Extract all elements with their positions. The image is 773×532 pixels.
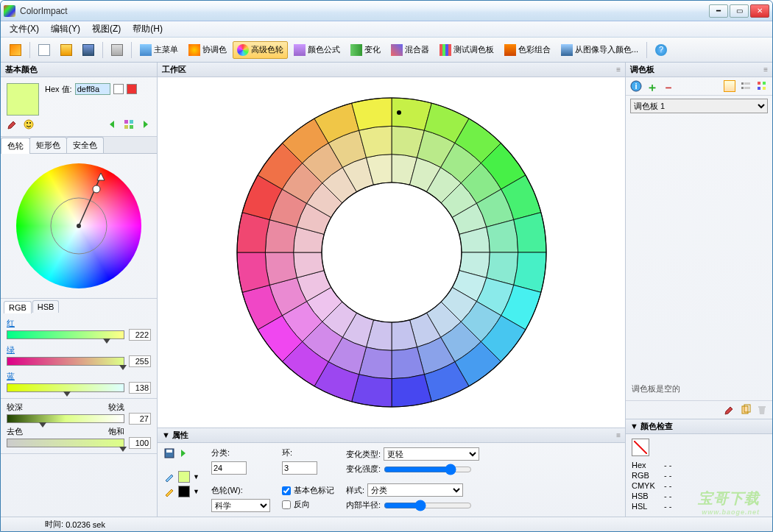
lightness-value[interactable]	[129, 413, 151, 425]
wand-icon[interactable]	[163, 471, 175, 483]
save-props-icon[interactable]	[163, 447, 175, 459]
svg-rect-4	[130, 120, 133, 124]
tool-print[interactable]	[107, 41, 127, 59]
svg-point-1	[27, 122, 28, 124]
tool-mainmenu[interactable]: 主菜单	[135, 41, 183, 59]
wand-color-swatch[interactable]	[178, 471, 190, 483]
saturation-value[interactable]	[129, 437, 151, 449]
tool-advanced-wheel[interactable]: 高级色轮	[233, 41, 288, 59]
advanced-color-wheel[interactable]	[222, 83, 561, 422]
minimize-button[interactable]: ━	[709, 4, 728, 18]
eyedropper2-icon[interactable]	[724, 404, 735, 416]
palette-select[interactable]: 调色板 1	[630, 99, 768, 113]
ring-spinner[interactable]	[282, 461, 317, 475]
inner-radius-slider[interactable]	[384, 500, 472, 511]
svg-rect-20	[741, 82, 744, 85]
change-strength-slider[interactable]	[384, 464, 472, 475]
tool-variation[interactable]: 变化	[346, 41, 385, 59]
view-large-icon[interactable]	[724, 80, 735, 92]
inspect-swatch	[632, 439, 649, 456]
menu-view[interactable]: 视图(Z)	[88, 21, 125, 37]
category-spinner[interactable]	[211, 461, 247, 475]
workspace-header: 工作区≡	[158, 63, 625, 77]
slider-r[interactable]	[7, 330, 124, 339]
hex-swatch-white[interactable]	[113, 84, 124, 94]
arrow-left-green-icon[interactable]	[107, 118, 119, 130]
base-color-marker[interactable]	[397, 110, 401, 115]
menu-edit[interactable]: 编辑(Y)	[46, 21, 85, 37]
base-marker-checkbox[interactable]	[282, 486, 291, 495]
tab-rect[interactable]: 矩形色	[29, 137, 67, 153]
inspect-cmyk-val: - -	[664, 481, 671, 490]
tool-mixer[interactable]: 混合器	[386, 41, 434, 59]
svg-rect-27	[763, 87, 766, 90]
tool-harmony[interactable]: 协调色	[184, 41, 231, 59]
svg-rect-22	[741, 87, 744, 89]
slider-b[interactable]	[7, 383, 124, 392]
maximize-button[interactable]: ▭	[730, 4, 749, 18]
tool-formula[interactable]: 颜色公式	[289, 41, 345, 59]
svg-rect-26	[758, 87, 760, 90]
tab-rgb[interactable]: RGB	[4, 301, 32, 313]
lighter-label: 较浅	[108, 402, 124, 413]
menu-file[interactable]: 文件(X)	[5, 21, 43, 37]
inspect-hex-label: Hex	[632, 461, 658, 469]
small-color-wheel[interactable]	[1, 154, 157, 299]
wheel-type-combo[interactable]: 科学	[211, 499, 270, 512]
slider-lightness[interactable]	[7, 414, 124, 423]
tool-color-combo[interactable]: 色彩组合	[500, 41, 555, 59]
pencil-color-swatch[interactable]	[178, 486, 190, 497]
slider-b-value[interactable]	[129, 382, 151, 394]
tool-open[interactable]	[56, 41, 77, 59]
inspect-rgb-val: - -	[664, 471, 671, 480]
wheel-type-label: 色轮(W):	[211, 485, 243, 496]
slider-g[interactable]	[7, 357, 124, 366]
tool-help[interactable]: ?	[651, 41, 671, 59]
copy-icon[interactable]	[740, 404, 752, 416]
palette-empty-text: 调色板是空的	[632, 383, 680, 394]
style-combo[interactable]: 分类	[367, 483, 463, 497]
slider-g-value[interactable]	[129, 355, 151, 367]
trash-icon[interactable]	[756, 404, 768, 416]
tool-new[interactable]	[34, 41, 54, 59]
svg-text:i: i	[635, 82, 637, 91]
tool-import[interactable]	[5, 41, 26, 59]
eyedropper-icon[interactable]	[7, 118, 18, 130]
tab-hsb[interactable]: HSB	[32, 300, 60, 313]
view-list-icon[interactable]	[740, 80, 752, 92]
window-title: ColorImpact	[20, 6, 709, 16]
hex-swatch-red[interactable]	[127, 84, 137, 94]
svg-rect-3	[124, 120, 128, 124]
menu-help[interactable]: 帮助(H)	[128, 21, 167, 37]
arrow-right-green-icon[interactable]	[139, 118, 151, 130]
tool-test-palette[interactable]: 测试调色板	[435, 41, 498, 59]
slider-r-value[interactable]	[129, 329, 151, 341]
workspace[interactable]	[158, 77, 625, 428]
base-marker-label: 基本色标记	[294, 485, 334, 496]
change-type-combo[interactable]: 更轻	[384, 447, 479, 461]
tab-wheel[interactable]: 色轮	[1, 138, 30, 154]
remove-icon[interactable]: －	[663, 80, 674, 92]
inspect-header: ▼ 颜色检查	[626, 419, 772, 434]
view-grid-icon[interactable]	[756, 80, 768, 92]
reverse-checkbox[interactable]	[282, 500, 291, 509]
info-icon[interactable]: i	[630, 80, 642, 92]
desat-label: 去色	[7, 426, 23, 437]
basic-color-header: 基本颜色	[1, 63, 157, 77]
base-color-swatch[interactable]	[7, 83, 39, 116]
svg-rect-23	[744, 87, 750, 89]
export-props-icon[interactable]	[178, 447, 190, 459]
tool-save[interactable]	[78, 41, 99, 59]
properties-header: ▼ 属性≡	[158, 428, 625, 443]
add-icon[interactable]: ＋	[646, 80, 658, 92]
close-button[interactable]: ✕	[750, 4, 769, 18]
smiley-icon[interactable]	[23, 118, 35, 130]
pencil-icon[interactable]	[163, 486, 175, 497]
hex-input[interactable]	[75, 83, 110, 95]
tab-safe[interactable]: 安全色	[66, 137, 104, 153]
slider-g-label: 绿	[7, 345, 15, 354]
change-type-label: 变化类型:	[346, 449, 381, 460]
slider-saturation[interactable]	[7, 439, 124, 447]
grid-icon[interactable]	[123, 118, 135, 130]
tool-import-image[interactable]: 从图像导入颜色...	[557, 41, 643, 59]
